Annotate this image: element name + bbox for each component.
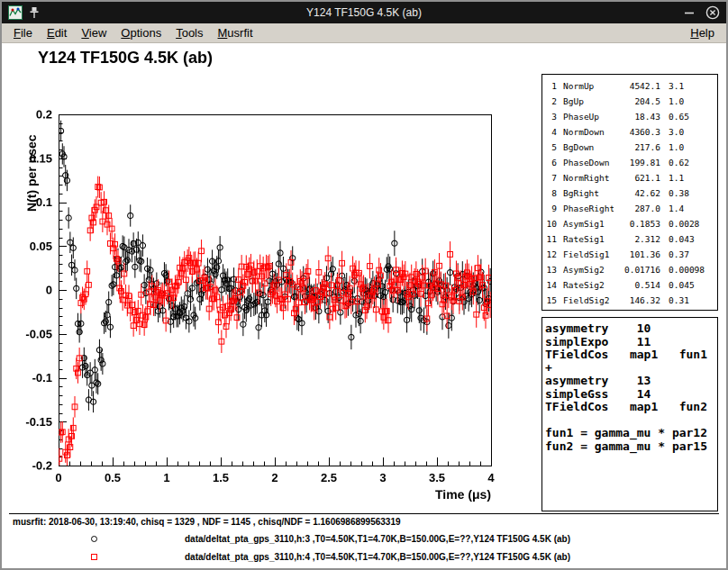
param-row: 15FieldSig2146.320.31 xyxy=(542,293,717,308)
param-row: 4NormDown4360.33.0 xyxy=(542,124,717,140)
param-row: 6PhaseDown199.810.62 xyxy=(542,155,717,170)
param-row: 10AsymSig10.18530.0028 xyxy=(542,216,717,231)
minimize-button[interactable] xyxy=(684,7,695,18)
window-title: Y124 TF150G 4.5K (ab) xyxy=(306,6,422,19)
titlebar: Y124 TF150G 4.5K (ab) xyxy=(2,2,726,23)
param-row: 7NormRight621.11.1 xyxy=(542,170,717,185)
menu-items: FileEditViewOptionsToolsMusrfit xyxy=(6,24,260,41)
param-row: 12FieldSig1101.360.37 xyxy=(542,247,717,262)
theory-line: simpleGss 14 xyxy=(545,388,717,402)
circle-marker-icon xyxy=(91,536,97,542)
param-row: 1NormUp4542.13.1 xyxy=(542,78,717,94)
plot-canvas[interactable] xyxy=(5,61,537,511)
param-row: 9PhaseRight287.01.4 xyxy=(542,201,717,216)
pin-icon[interactable] xyxy=(29,6,40,19)
theory-line: TFieldCos map1 fun2 xyxy=(545,401,717,414)
theory-line: asymmetry 13 xyxy=(545,375,717,388)
legend-label: data/deltat_pta_gps_3110,h:3 ,T0=4.50K,T… xyxy=(185,534,570,544)
menu-help[interactable]: Help xyxy=(683,24,722,41)
param-row: 2BgUp204.51.0 xyxy=(542,94,717,109)
theory-line xyxy=(545,414,717,428)
menu-file[interactable]: File xyxy=(6,24,40,41)
separator-line xyxy=(9,513,719,514)
param-row: 5BgDown217.61.0 xyxy=(542,140,717,155)
fit-status-line: musrfit: 2018-06-30, 13:19:40, chisq = 1… xyxy=(13,517,401,527)
window-controls xyxy=(684,5,720,20)
menu-musrfit[interactable]: Musrfit xyxy=(211,24,260,41)
theory-line: simplExpo 11 xyxy=(545,336,717,349)
menubar: FileEditViewOptionsToolsMusrfit Help xyxy=(2,23,726,43)
theory-line: + xyxy=(545,362,717,375)
fit-parameters-panel: 1NormUp4542.13.12BgUp204.51.03PhaseUp18.… xyxy=(541,74,718,311)
main-canvas-area: Y124 TF150G 4.5K (ab) 1NormUp4542.13.12B… xyxy=(2,43,726,568)
menu-tools[interactable]: Tools xyxy=(168,24,210,41)
legend-label: data/deltat_pta_gps_3110,h:4 ,T0=4.50K,T… xyxy=(185,552,570,562)
legend-row: data/deltat_pta_gps_3110,h:4 ,T0=4.50K,T… xyxy=(2,548,726,566)
param-row: 3PhaseUp18.430.65 xyxy=(542,109,717,124)
theory-line: TFieldCos map1 fun1 xyxy=(545,348,717,362)
param-row: 8BgRight42.620.38 xyxy=(542,185,717,201)
param-row: 13AsymSig20.017160.00098 xyxy=(542,262,717,277)
app-icon xyxy=(8,5,23,20)
menu-edit[interactable]: Edit xyxy=(40,24,74,41)
menu-options[interactable]: Options xyxy=(114,24,168,41)
menu-view[interactable]: View xyxy=(74,24,114,41)
param-row: 14RateSig20.5140.045 xyxy=(542,277,717,293)
theory-line: fun1 = gamma_mu * par12 xyxy=(545,427,717,440)
theory-line: fun2 = gamma_mu * par15 xyxy=(545,440,717,454)
square-marker-icon xyxy=(91,554,97,560)
plot-title: Y124 TF150G 4.5K (ab) xyxy=(38,49,213,68)
theory-line: asymmetry 10 xyxy=(545,322,717,336)
theory-panel: asymmetry 10simplExpo 11TFieldCos map1 f… xyxy=(541,317,718,511)
legend-row: data/deltat_pta_gps_3110,h:3 ,T0=4.50K,T… xyxy=(2,530,726,548)
close-button[interactable] xyxy=(705,5,720,20)
app-window: Y124 TF150G 4.5K (ab) FileEditViewOption… xyxy=(0,0,728,570)
run-legend: data/deltat_pta_gps_3110,h:3 ,T0=4.50K,T… xyxy=(2,530,726,566)
param-row: 11RateSig12.3120.043 xyxy=(542,231,717,247)
